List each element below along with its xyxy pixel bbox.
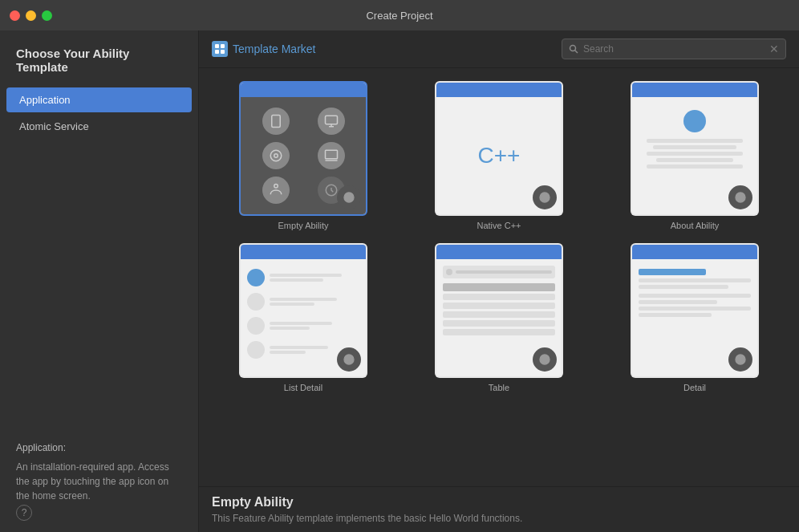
content-footer: Empty Ability This Feature Ability templ…	[199, 486, 799, 532]
svg-line-5	[575, 51, 578, 54]
help-icon[interactable]: ?	[16, 505, 32, 521]
content-area: Template Market ✕	[199, 30, 799, 532]
description-label: Application:	[16, 441, 182, 455]
template-preview-empty-ability	[239, 81, 367, 216]
minimize-button[interactable]	[26, 10, 36, 21]
template-card-detail[interactable]: Detail	[603, 243, 786, 392]
search-input[interactable]	[583, 43, 765, 55]
description-text: An installation-required app. Access the…	[16, 460, 182, 503]
template-market-tab[interactable]: Template Market	[212, 41, 315, 57]
svg-rect-2	[215, 50, 219, 54]
svg-point-4	[570, 46, 576, 51]
search-icon	[569, 44, 578, 54]
template-preview-table	[435, 243, 563, 378]
search-clear-icon[interactable]: ✕	[769, 43, 779, 55]
window-controls	[10, 10, 52, 21]
template-name-list-detail: List Detail	[284, 383, 322, 392]
svg-point-9	[274, 154, 278, 158]
svg-rect-10	[325, 150, 337, 159]
selected-template-name: Empty Ability	[212, 495, 786, 510]
maximize-button[interactable]	[42, 10, 52, 21]
template-name-empty-ability: Empty Ability	[278, 221, 329, 230]
template-card-list-detail[interactable]: List Detail	[212, 243, 395, 392]
template-preview-detail	[631, 243, 759, 378]
cpp-logo: C++	[478, 143, 521, 169]
template-card-empty-ability[interactable]: Empty Ability	[212, 81, 395, 230]
template-preview-list-detail	[239, 243, 367, 378]
sidebar-heading: Choose Your Ability Template	[0, 47, 198, 87]
template-market-icon	[212, 41, 228, 57]
selected-template-info: Empty Ability This Feature Ability templ…	[212, 495, 786, 524]
search-box[interactable]: ✕	[562, 39, 786, 59]
template-name-table: Table	[489, 383, 509, 392]
template-card-table[interactable]: Table	[408, 243, 590, 392]
template-name-about-ability: About Ability	[671, 221, 720, 230]
svg-point-11	[274, 184, 278, 188]
titlebar: Create Project	[0, 0, 799, 30]
selected-template-description: This Feature Ability template implements…	[212, 513, 786, 524]
template-preview-about-ability	[631, 81, 759, 216]
svg-rect-0	[215, 44, 219, 48]
svg-point-8	[270, 150, 282, 161]
content-header: Template Market ✕	[199, 30, 799, 68]
svg-rect-7	[325, 116, 337, 125]
templates-grid: Empty Ability C++ Native C++	[199, 68, 799, 486]
template-card-about-ability[interactable]: About Ability	[603, 81, 786, 230]
svg-rect-3	[221, 50, 225, 54]
template-name-native-cpp: Native C++	[477, 221, 521, 230]
template-preview-native-cpp: C++	[435, 81, 563, 216]
window-title: Create Project	[366, 10, 432, 22]
sidebar-item-application[interactable]: Application	[6, 87, 192, 112]
template-market-label: Template Market	[233, 43, 315, 55]
main-container: Choose Your Ability Template Application…	[0, 30, 799, 532]
svg-rect-6	[271, 116, 280, 128]
sidebar-description: Application: An installation-required ap…	[0, 428, 198, 516]
sidebar: Choose Your Ability Template Application…	[0, 30, 199, 532]
svg-rect-1	[221, 44, 225, 48]
template-name-detail: Detail	[683, 383, 706, 392]
close-button[interactable]	[10, 10, 20, 21]
template-card-native-cpp[interactable]: C++ Native C++	[408, 81, 590, 230]
sidebar-item-atomic-service[interactable]: Atomic Service	[6, 114, 192, 139]
